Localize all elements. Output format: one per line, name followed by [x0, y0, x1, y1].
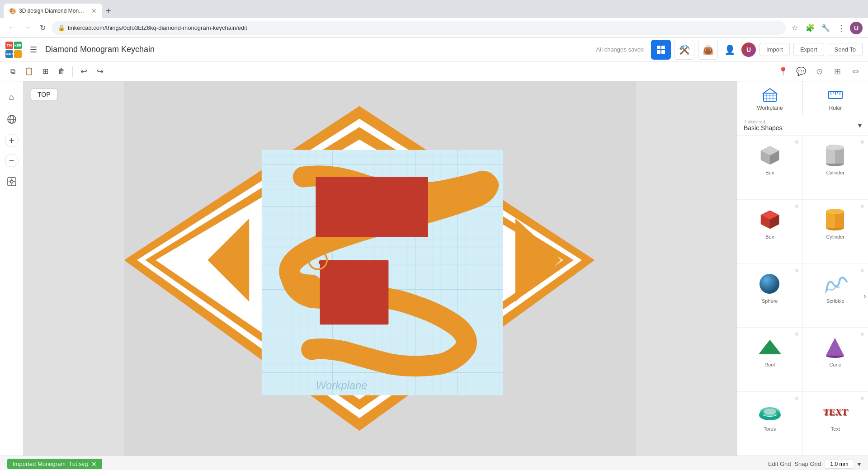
undo-button[interactable]: ↩: [76, 64, 91, 79]
logo-cad: KAD: [5, 50, 13, 58]
shapes-library-button[interactable]: 👜: [698, 40, 718, 60]
cone-star-icon[interactable]: ★: [859, 330, 865, 338]
scribble-star-icon[interactable]: ★: [859, 267, 865, 274]
svg-rect-0: [657, 46, 660, 49]
notification-close-button[interactable]: ✕: [91, 461, 97, 467]
canvas-area[interactable]: TOP: [24, 81, 737, 456]
fit-view-button[interactable]: [4, 174, 20, 190]
location-button[interactable]: 📍: [776, 64, 790, 79]
text-star-icon[interactable]: ★: [859, 395, 865, 402]
shape-item-sphere-blue[interactable]: ★ Sphere: [737, 264, 803, 328]
add-user-button[interactable]: 👤: [722, 42, 738, 58]
user-avatar-chrome[interactable]: U: [850, 22, 863, 34]
import-button[interactable]: Import: [760, 43, 790, 56]
svg-rect-24: [320, 260, 389, 325]
browser-chrome: 🎨 3D design Diamond Monogram K... ✕ + ← …: [0, 0, 868, 38]
tinkercad-logo[interactable]: TIN KER KAD: [5, 42, 22, 58]
notification-text: Imported Monogram_Tut.svg: [13, 461, 88, 467]
redo-button[interactable]: ↪: [93, 64, 107, 79]
url-bar-container[interactable]: 🔒: [52, 21, 786, 35]
fit-view-icon: [7, 177, 17, 187]
cylinder-gray-star-icon[interactable]: ★: [859, 138, 865, 146]
canvas-scene: Workplane: [24, 81, 737, 456]
shape-item-box-red[interactable]: ★ Box: [737, 200, 803, 264]
shape-item-roof[interactable]: ★ Roof: [737, 328, 803, 392]
tab-favicon: 🎨: [9, 8, 16, 14]
torus-label: Torus: [764, 426, 776, 432]
reload-button[interactable]: ↻: [36, 22, 49, 34]
roof-star-icon[interactable]: ★: [794, 330, 800, 338]
shape-item-torus[interactable]: ★ Torus: [737, 392, 803, 456]
box-red-star-icon[interactable]: ★: [794, 202, 800, 210]
shape-item-text[interactable]: ★ TEXT TEXT Text: [803, 392, 868, 456]
scribble-label: Scribble: [826, 298, 844, 304]
shape-item-cone[interactable]: ★ Cone: [803, 328, 868, 392]
paste-button[interactable]: 📋: [22, 64, 36, 79]
shape-item-cylinder-gray[interactable]: ★ Cylinder: [803, 136, 868, 200]
tab-close-icon[interactable]: ✕: [91, 7, 97, 14]
sphere-thumb: [754, 270, 786, 297]
status-bar: Imported Monogram_Tut.svg ✕ Edit Grid Sn…: [0, 456, 868, 470]
home-view-button[interactable]: ⌂: [4, 89, 20, 105]
hamburger-button[interactable]: ☰: [26, 42, 41, 57]
ruler-label: Ruler: [829, 105, 842, 111]
box-gray-star-icon[interactable]: ★: [794, 138, 800, 146]
toolbar: ⧉ 📋 ⊞ 🗑 ↩ ↪ 📍 💬 ⊙ ⊞ ⇔: [0, 61, 868, 81]
svg-marker-64: [759, 340, 781, 354]
extension-btn-1[interactable]: 🧩: [804, 22, 816, 34]
panel-scroll-right-btn[interactable]: ›: [863, 291, 866, 301]
logo-blank: [14, 50, 22, 58]
back-button[interactable]: ←: [5, 22, 18, 34]
app-header: TIN KER KAD ☰ Diamond Monogram Keychain …: [0, 38, 868, 61]
cylinder-orange-star-icon[interactable]: ★: [859, 202, 865, 210]
grid-view-icon: [656, 45, 666, 55]
url-input[interactable]: [68, 24, 779, 31]
snap-grid-input[interactable]: [825, 460, 854, 469]
copy-button[interactable]: ⧉: [5, 64, 20, 79]
category-selector[interactable]: Tinkercad Basic Shapes ▾: [737, 115, 868, 136]
zoom-in-button[interactable]: +: [5, 134, 19, 147]
cylinder-gray-label: Cylinder: [826, 170, 844, 175]
orbit-button[interactable]: ⊙: [812, 64, 826, 79]
grid-view-button[interactable]: [651, 40, 671, 60]
panel-header: Workplane Ruler: [737, 81, 868, 115]
box-gray-thumb: [754, 142, 786, 169]
snap-grid-dropdown[interactable]: ▾: [858, 461, 861, 468]
svg-rect-23: [316, 177, 428, 237]
workplane-panel-btn[interactable]: Workplane: [737, 81, 802, 115]
svg-rect-2: [657, 50, 660, 54]
delete-button[interactable]: 🗑: [54, 64, 69, 79]
more-options-button[interactable]: ⋮: [835, 22, 847, 34]
sphere-label: Sphere: [762, 298, 778, 304]
svg-point-61: [826, 209, 844, 214]
forward-button[interactable]: →: [21, 22, 33, 34]
svg-text:Workplane: Workplane: [316, 379, 367, 391]
zoom-out-button[interactable]: −: [5, 154, 19, 167]
hammer-view-button[interactable]: ⚒️: [675, 40, 694, 60]
bookmark-button[interactable]: ☆: [788, 22, 801, 34]
ruler-panel-btn[interactable]: Ruler: [802, 81, 868, 115]
svg-point-62: [760, 274, 779, 294]
edit-grid-button[interactable]: Edit Grid: [768, 461, 791, 467]
align-button[interactable]: ⊞: [830, 64, 844, 79]
shape-item-cylinder-orange[interactable]: ★ Cylinder: [803, 200, 868, 264]
comment-button[interactable]: 💬: [794, 64, 808, 79]
torus-star-icon[interactable]: ★: [794, 395, 800, 402]
user-avatar[interactable]: U: [741, 42, 756, 57]
perspective-icon: [7, 114, 17, 124]
box-red-thumb: [754, 206, 786, 233]
mirror-button[interactable]: ⇔: [848, 64, 863, 79]
shape-item-box-gray[interactable]: ★ Box: [737, 136, 803, 200]
roof-thumb: [754, 334, 786, 361]
new-tab-button[interactable]: +: [102, 4, 115, 18]
extension-btn-2[interactable]: 🔧: [819, 22, 832, 34]
lock-icon: 🔒: [58, 24, 65, 31]
export-button[interactable]: Export: [793, 43, 824, 56]
torus-thumb: [754, 398, 786, 425]
duplicate-button[interactable]: ⊞: [38, 64, 52, 79]
shape-item-scribble[interactable]: ★ Scribble: [803, 264, 868, 328]
sphere-star-icon[interactable]: ★: [794, 267, 800, 274]
perspective-button[interactable]: [4, 111, 20, 127]
active-tab[interactable]: 🎨 3D design Diamond Monogram K... ✕: [4, 4, 102, 18]
send-to-button[interactable]: Send To: [828, 43, 863, 56]
